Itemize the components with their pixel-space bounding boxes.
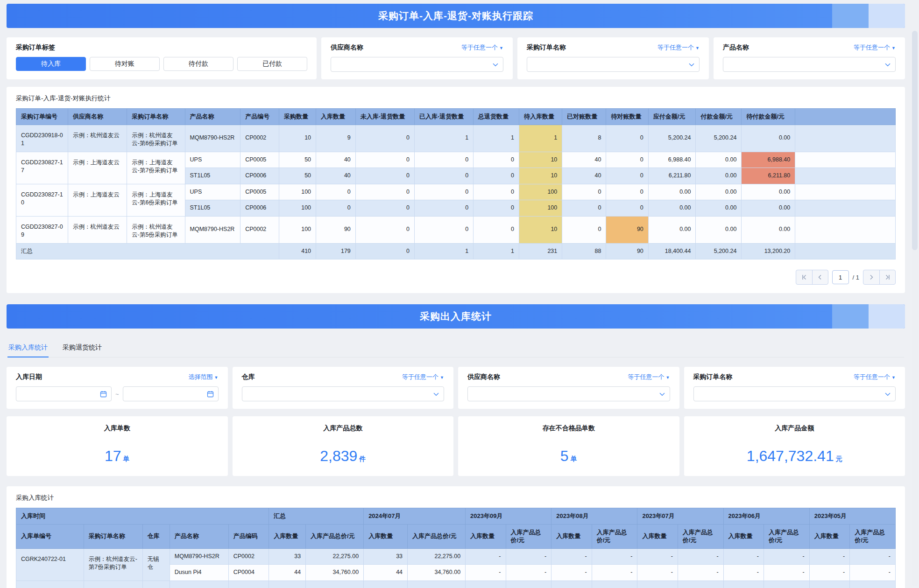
filter-select-supplier-name[interactable] [331, 57, 503, 72]
t1-value-cell: 90 [606, 216, 648, 243]
t2-column-header: 入库数量 [364, 524, 408, 548]
t1-empty-cell [795, 216, 896, 243]
t1-value-cell: 0.00 [742, 216, 795, 243]
t2-value-cell: 9 [269, 581, 306, 588]
filter-select-warehouse[interactable] [242, 386, 445, 401]
t1-product-code: CP0002 [240, 216, 279, 243]
filter-label-warehouse: 仓库 [242, 373, 255, 381]
caret-down-icon: ▼ [891, 375, 896, 380]
t2-value-cell: 5,850.27 [306, 581, 364, 588]
page-total: / 1 [853, 274, 859, 281]
t1-value-cell: 10 [279, 125, 316, 152]
page-scrollbar[interactable] [912, 31, 918, 586]
t1-value-cell: 0.00 [696, 216, 742, 243]
t2-value-cell: 34,760.00 [408, 565, 466, 581]
summary-label: 汇总 [16, 243, 279, 259]
caret-down-icon: ▼ [666, 375, 670, 380]
t1-value-cell: 100 [519, 184, 562, 200]
t1-value-cell: 1 [474, 125, 519, 152]
t1-column-header: 已入库-退货数量 [414, 109, 473, 125]
first-page-icon [801, 274, 807, 280]
prev-page-button[interactable] [812, 270, 828, 284]
table-row: CGDD230827-09示例：杭州道友云示例：杭州道友云-第5份采购订单MQM… [16, 216, 896, 243]
tag-filter-待入库[interactable]: 待入库 [16, 57, 86, 71]
caret-down-icon: ▼ [440, 375, 444, 380]
filter-mode-link-inbound-date[interactable]: 选择范围▼ [189, 373, 219, 381]
t2-value-cell: - [637, 548, 678, 565]
t2-value-cell: - [551, 581, 592, 588]
tag-filter-已付款[interactable]: 已付款 [237, 57, 307, 71]
order-tag-label: 采购订单标签 [16, 43, 55, 52]
tag-filter-待对账[interactable]: 待对账 [90, 57, 160, 71]
filter-card-product-name: 产品名称等于任意一个▼ [714, 37, 905, 79]
summary-value: 231 [519, 243, 562, 259]
t1-value-cell: 100 [279, 216, 316, 243]
date-start-input[interactable] [16, 386, 112, 401]
filter-mode-link-product-name[interactable]: 等于任意一个▼ [854, 43, 896, 52]
inbound-stats-table-card: 采购入库统计 入库时间汇总2024年07月2023年09月2023年08月202… [7, 486, 905, 588]
t1-column-header: 入库数量 [316, 109, 356, 125]
scrollbar-thumb[interactable] [912, 31, 918, 250]
stat-card-存在不合格品单数: 存在不合格品单数5单 [458, 416, 679, 476]
t2-value-cell: - [364, 581, 408, 588]
t2-value-cell: - [551, 548, 592, 565]
stat-card-入库产品总数: 入库产品总数2,839件 [233, 416, 454, 476]
t1-value-cell: 0 [414, 184, 473, 200]
t1-order-id: CGDD230827-10 [16, 184, 68, 216]
filter-mode-link-purchase-order-name[interactable]: 等于任意一个▼ [854, 373, 896, 381]
date-end-input[interactable] [123, 386, 219, 401]
t1-value-cell: 6,211.80 [648, 168, 696, 184]
t2-column-header: 入库产品总价/元 [592, 524, 637, 548]
t2-value-cell: 22,275.00 [408, 548, 466, 565]
t1-product-code: CP0002 [240, 125, 279, 152]
first-page-button[interactable] [796, 270, 812, 284]
order-tag-list: 待入库待对账待付款已付款 [16, 57, 307, 71]
t1-value-cell: 100 [279, 200, 316, 217]
t1-product-name: UPS [185, 152, 240, 168]
page-number-input[interactable]: 1 [832, 270, 849, 284]
t2-month-group-header: 汇总 [269, 508, 364, 525]
t1-value-cell: 9 [316, 125, 356, 152]
filter-mode-link-supplier-name[interactable]: 等于任意一个▼ [628, 373, 670, 381]
filter-label-product-name: 产品名称 [723, 43, 749, 52]
t2-month-group-header: 2024年07月 [364, 508, 466, 525]
t1-supplier: 示例：上海道友云 [68, 184, 127, 216]
tab-采购退货统计[interactable]: 采购退货统计 [62, 341, 103, 357]
t1-value-cell: 0 [414, 216, 473, 243]
caret-down-icon: ▼ [695, 46, 700, 50]
filter-select-purchase-order-name[interactable] [693, 386, 896, 401]
t2-value-cell: - [850, 581, 896, 588]
next-page-button[interactable] [863, 270, 879, 284]
stat-unit: 元 [836, 455, 842, 462]
t1-value-cell: 10 [519, 168, 562, 184]
filter-select-product-name[interactable] [723, 57, 896, 72]
summary-value: 5,200.24 [696, 243, 742, 259]
inbound-stats-table: 入库时间汇总2024年07月2023年09月2023年08月2023年07月20… [16, 508, 896, 588]
filter-select-supplier-name[interactable] [467, 386, 670, 401]
t1-value-cell: 6,988.40 [648, 152, 696, 168]
t1-value-cell: 0 [355, 152, 414, 168]
t2-warehouse: 无锡仓 [142, 548, 170, 581]
stat-card-入库单数: 入库单数17单 [7, 416, 228, 476]
t2-value-cell: - [723, 565, 763, 581]
last-page-button[interactable] [879, 270, 895, 284]
t2-column-header: 入库数量 [466, 524, 506, 548]
t1-column-header: 付款金额/元 [696, 109, 742, 125]
caret-down-icon: ▼ [891, 46, 896, 50]
t2-value-cell: 33 [269, 548, 306, 565]
tab-采购入库统计[interactable]: 采购入库统计 [7, 341, 49, 357]
t2-warehouse: 杭州仓 [142, 581, 170, 588]
t1-value-cell: 50 [279, 168, 316, 184]
filter-select-purchase-order-name[interactable] [527, 57, 700, 72]
t1-column-header: 待对账数量 [606, 109, 648, 125]
t2-column-header: 入库数量 [809, 524, 849, 548]
filter-mode-link-supplier-name[interactable]: 等于任意一个▼ [461, 43, 503, 52]
filter-mode-link-warehouse[interactable]: 等于任意一个▼ [402, 373, 444, 381]
t1-order-id: CGDD230827-09 [16, 216, 68, 243]
tag-filter-待付款[interactable]: 待付款 [163, 57, 233, 71]
banner-decoration [832, 304, 869, 329]
t1-value-cell: 0 [474, 152, 519, 168]
t2-value-cell: 22,275.00 [306, 548, 364, 565]
t1-value-cell: 40 [562, 168, 606, 184]
filter-mode-link-purchase-order-name[interactable]: 等于任意一个▼ [657, 43, 700, 52]
